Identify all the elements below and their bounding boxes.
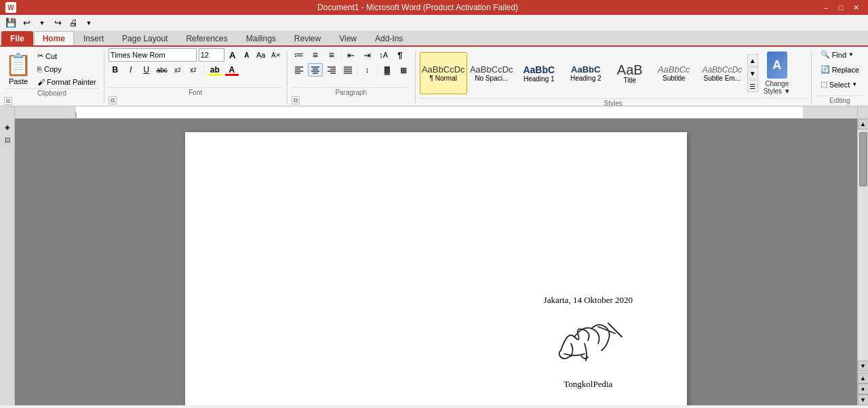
paste-icon: 📋: [5, 52, 32, 77]
style-subtitle-preview: AaBbCc: [658, 64, 690, 75]
left-panel: ◈ ⊡: [0, 119, 15, 405]
font-name-select[interactable]: Times New Rom: [108, 48, 197, 62]
scroll-up-button[interactable]: ▲: [858, 119, 869, 129]
document-date: Jakarta, 14 Oktober 2020: [544, 295, 633, 306]
ruler-container: [0, 106, 868, 119]
select-browse-button[interactable]: ●: [858, 384, 869, 394]
show-marks-button[interactable]: ¶: [393, 48, 408, 62]
replace-button[interactable]: 🔄 Replace: [816, 63, 864, 76]
style-heading2-preview: AaBbC: [571, 64, 600, 75]
underline-button[interactable]: U: [140, 63, 153, 77]
style-subtle-emphasis[interactable]: AaBbCcDc Subtle Em...: [698, 52, 747, 94]
multilevel-button[interactable]: ≡: [324, 48, 339, 62]
align-right-button[interactable]: [324, 63, 339, 77]
save-button[interactable]: 💾: [4, 16, 18, 30]
style-no-spacing[interactable]: AaBbCcDc No Spaci...: [468, 52, 515, 94]
style-normal-preview: AaBbCcDc: [422, 64, 465, 75]
numbering-button[interactable]: ≡: [308, 48, 323, 62]
title-bar-title: Document1 - Microsoft Word (Product Acti…: [16, 3, 819, 12]
close-button[interactable]: ✕: [849, 2, 863, 13]
font-expander[interactable]: ⧉: [108, 96, 117, 104]
undo-button[interactable]: ↩: [20, 16, 33, 30]
bullets-button[interactable]: ≔: [292, 48, 307, 62]
find-button[interactable]: 🔍 Find ▼: [816, 48, 859, 61]
copy-button[interactable]: ⎘ Copy: [34, 63, 100, 75]
font-color-icon: A: [229, 65, 235, 75]
tab-view[interactable]: View: [330, 31, 366, 45]
line-spacing-button[interactable]: ↕: [360, 63, 375, 77]
select-button[interactable]: ⬚ Select ▼: [816, 78, 863, 91]
document-area[interactable]: Jakarta, 14 Oktober 2020: [15, 119, 857, 405]
change-case-button[interactable]: Aa: [255, 49, 267, 61]
paragraph-expander[interactable]: ⧉: [292, 96, 300, 104]
title-bar-controls: – □ ✕: [819, 2, 863, 13]
shrink-font-button[interactable]: A: [241, 49, 253, 61]
clear-formatting-button[interactable]: A✕: [269, 48, 283, 62]
para-row-1: ≔ ≡ ≡ ⇤ ⇥ ↕A ¶: [292, 48, 408, 62]
scroll-down-button[interactable]: ▼: [858, 361, 869, 371]
select-dropdown-icon: ▼: [852, 81, 857, 87]
paste-button[interactable]: 📋 Paste: [4, 49, 33, 87]
ribbon-body: 📋 Paste ✂ Cut ⎘ Copy 🖌 Format Painter C: [0, 47, 868, 106]
align-left-button[interactable]: [292, 63, 307, 77]
decrease-indent-button[interactable]: ⇤: [344, 48, 359, 62]
change-styles-button[interactable]: A ChangeStyles ▼: [759, 48, 795, 98]
next-page-button[interactable]: ▼: [858, 394, 869, 405]
style-title[interactable]: AaB Title: [610, 52, 650, 94]
align-center-button[interactable]: [308, 63, 323, 77]
strikethrough-button[interactable]: abc: [155, 63, 169, 77]
scrollbar-thumb[interactable]: [859, 132, 867, 186]
prev-page-button[interactable]: ▲: [858, 373, 869, 384]
vertical-scrollbar[interactable]: ▲ ▼ ▲ ● ▼: [857, 119, 868, 405]
increase-indent-button[interactable]: ⇥: [360, 48, 375, 62]
replace-label: Replace: [832, 66, 859, 74]
maximize-button[interactable]: □: [834, 2, 848, 13]
styles-scroll-more[interactable]: ☰: [747, 80, 758, 92]
print-preview-button[interactable]: 🖨: [66, 16, 80, 30]
tab-mailings[interactable]: Mailings: [237, 31, 285, 45]
select-browse-object[interactable]: ⊡: [2, 134, 13, 145]
grow-font-button[interactable]: A: [226, 49, 239, 61]
tab-references[interactable]: References: [177, 31, 236, 45]
style-no-spacing-label: No Spaci...: [475, 75, 508, 82]
tab-insert[interactable]: Insert: [75, 31, 113, 45]
minimize-button[interactable]: –: [819, 2, 833, 13]
italic-button[interactable]: I: [124, 63, 138, 77]
style-heading2[interactable]: AaBbC Heading 2: [563, 52, 609, 94]
format-painter-label: Format Painter: [47, 78, 96, 86]
bold-button[interactable]: B: [108, 63, 122, 77]
style-subtitle[interactable]: AaBbCc Subtitle: [651, 52, 697, 94]
browse-object-button[interactable]: ◈: [2, 121, 13, 132]
qa-dropdown-button[interactable]: ▼: [82, 16, 96, 30]
format-painter-button[interactable]: 🖌 Format Painter: [34, 76, 100, 88]
highlight-color-button[interactable]: ab: [208, 63, 222, 77]
tab-page-layout[interactable]: Page Layout: [113, 31, 176, 45]
sort-button[interactable]: ↕A: [376, 48, 391, 62]
style-subtle-emphasis-preview: AaBbCcDc: [702, 65, 742, 75]
redo-button[interactable]: ↪: [51, 16, 64, 30]
style-heading1[interactable]: AaBbC Heading 1: [516, 52, 562, 94]
font-size-select[interactable]: 12: [199, 48, 224, 62]
styles-scroll-down[interactable]: ▼: [747, 67, 758, 79]
undo-dropdown-button[interactable]: ▼: [35, 16, 49, 30]
cut-button[interactable]: ✂ Cut: [34, 49, 100, 62]
justify-button[interactable]: [340, 63, 355, 77]
style-normal[interactable]: AaBbCcDc ¶ Normal: [420, 52, 467, 94]
borders-button[interactable]: ▦: [396, 63, 411, 77]
shading-button[interactable]: ▓: [380, 63, 395, 77]
divider-2: [287, 51, 288, 103]
superscript-button[interactable]: x2: [186, 63, 200, 77]
word-icon: W: [5, 2, 16, 13]
tab-review[interactable]: Review: [285, 31, 330, 45]
clipboard-expander[interactable]: ⧉: [4, 97, 12, 105]
select-icon: ⬚: [821, 80, 827, 89]
clipboard-group-label: Clipboard ⧉: [4, 88, 100, 106]
find-icon: 🔍: [821, 50, 830, 59]
font-color-button[interactable]: A: [224, 63, 239, 77]
styles-scroll-up[interactable]: ▲: [747, 54, 758, 66]
subscript-button[interactable]: x2: [171, 63, 184, 77]
tab-file[interactable]: File: [1, 31, 33, 45]
tab-addins[interactable]: Add-Ins: [366, 31, 412, 45]
editing-group: 🔍 Find ▼ 🔄 Replace ⬚ Select ▼ Editing: [813, 48, 867, 106]
tab-home[interactable]: Home: [34, 31, 74, 45]
